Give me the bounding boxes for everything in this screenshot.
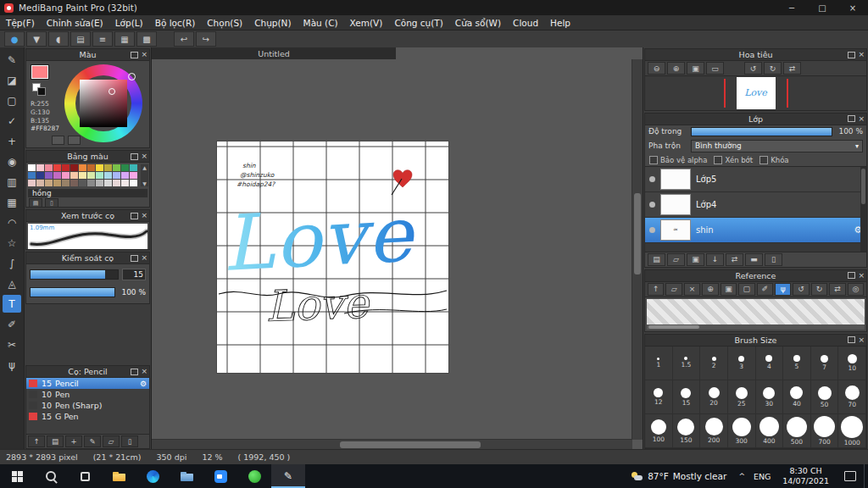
brush-size-option[interactable]: 40: [783, 380, 811, 414]
palette-swatch[interactable]: [104, 164, 112, 171]
brush-size-option[interactable]: 20: [700, 380, 728, 414]
palette-swatch[interactable]: [79, 172, 86, 179]
brush-size-option[interactable]: 300: [728, 414, 756, 448]
palette-scrollbar[interactable]: ▲ ▼: [141, 164, 148, 186]
palette-swatch[interactable]: [87, 172, 95, 179]
nav-actual-size-icon[interactable]: ▭: [706, 62, 724, 75]
brush-size-option[interactable]: 10: [838, 347, 866, 380]
palette-new-icon[interactable]: ▤: [29, 198, 42, 208]
palette-swatch[interactable]: [104, 180, 112, 186]
palette-swatch[interactable]: [70, 172, 78, 179]
scroll-up-icon[interactable]: ▲: [142, 164, 147, 170]
popout-icon[interactable]: [131, 153, 138, 160]
reference-scrollbar[interactable]: [647, 324, 865, 330]
palette-swatch[interactable]: [45, 172, 53, 179]
menu-item[interactable]: Màu (C): [298, 18, 344, 28]
nav-rotate-right-icon[interactable]: ↻: [764, 62, 782, 75]
document-tab[interactable]: Untitled: [152, 47, 396, 59]
brush-size-option[interactable]: 70: [838, 380, 866, 414]
brush-size-option[interactable]: 5: [783, 347, 811, 380]
popout-icon[interactable]: [131, 255, 138, 262]
palette-swatch[interactable]: [113, 180, 120, 186]
ref-close-icon[interactable]: ×: [684, 283, 700, 296]
sv-cursor[interactable]: [108, 88, 115, 95]
horizontal-scroll-thumb[interactable]: [340, 441, 481, 448]
brush-size-option[interactable]: 3: [728, 347, 756, 380]
palette-trash-icon[interactable]: ▯: [45, 198, 58, 208]
palette-swatch[interactable]: [62, 164, 70, 171]
palette-swatch[interactable]: [62, 172, 70, 179]
ref-fit-icon[interactable]: ▣: [721, 283, 737, 296]
brush-size-option[interactable]: 1: [645, 347, 673, 380]
palette-swatch[interactable]: [36, 172, 44, 179]
palette-swatch[interactable]: [121, 164, 129, 171]
palette-swatch[interactable]: [96, 164, 103, 171]
lasso-tool[interactable]: ◠: [3, 214, 21, 231]
palette-swatch[interactable]: [53, 180, 61, 186]
move-tool[interactable]: +: [3, 132, 21, 150]
close-icon[interactable]: ×: [858, 115, 865, 123]
redo-button[interactable]: ↪: [196, 31, 216, 47]
ref-rotate-right-icon[interactable]: ↻: [811, 283, 827, 296]
color-mode-button-2[interactable]: [68, 136, 81, 145]
brush-item[interactable]: 10 Pen (Sharp) ⚙: [26, 400, 149, 411]
select-pen-tool[interactable]: ✓: [3, 112, 21, 130]
close-button[interactable]: ×: [837, 0, 868, 15]
brush-size-slider[interactable]: [30, 269, 119, 280]
menu-item[interactable]: Công cụ(T): [388, 18, 448, 28]
marquee-tool[interactable]: ▦: [3, 193, 21, 211]
brush-item[interactable]: 15 G Pen ⚙: [26, 411, 149, 422]
text-tool[interactable]: T: [3, 295, 21, 313]
menu-item[interactable]: Help: [544, 18, 576, 28]
canvas-vertical-scrollbar[interactable]: [632, 59, 643, 440]
hand-tool[interactable]: ψ: [3, 356, 21, 374]
table-view-icon[interactable]: ▩: [136, 31, 157, 47]
material-panel-icon[interactable]: ▤: [70, 31, 91, 47]
palette-swatch[interactable]: [121, 172, 129, 179]
brush-item[interactable]: 15 Pencil ⚙: [26, 378, 149, 389]
palette-swatch[interactable]: [130, 180, 137, 186]
layer-scroll-thumb[interactable]: [861, 169, 865, 204]
minimize-button[interactable]: ─: [776, 0, 807, 15]
scroll-down-icon[interactable]: ▼: [142, 180, 147, 186]
palette-swatch[interactable]: [36, 180, 44, 186]
popout-icon[interactable]: [131, 52, 138, 58]
close-icon[interactable]: ×: [141, 51, 147, 58]
brush-size-option[interactable]: 12: [645, 380, 673, 414]
vertical-scroll-thumb[interactable]: [634, 193, 641, 274]
popout-icon[interactable]: [848, 336, 855, 343]
brush-dot-icon[interactable]: ●: [4, 31, 25, 47]
menu-item[interactable]: Tệp(F): [0, 18, 41, 28]
new-brush-icon[interactable]: ▤: [47, 435, 64, 447]
maximize-button[interactable]: □: [807, 0, 837, 15]
popout-icon[interactable]: [848, 272, 855, 279]
taskbar-clock[interactable]: 8:30 CH 14/07/2021: [775, 466, 837, 487]
list-view-icon[interactable]: ≡: [92, 31, 113, 47]
menu-item[interactable]: Xem(V): [344, 18, 389, 28]
layer-row[interactable]: Lớp4 ⚙: [645, 192, 866, 218]
lock-checkbox[interactable]: Khóa: [760, 156, 788, 164]
foreground-swatch[interactable]: [31, 65, 48, 79]
nav-zoom-in-icon[interactable]: ⊕: [667, 62, 685, 75]
grid-view-icon[interactable]: ▦: [114, 31, 135, 47]
brush-tool[interactable]: ✎: [3, 51, 21, 69]
brush-size-option[interactable]: 15: [673, 380, 701, 414]
add-brush-icon[interactable]: +: [65, 435, 82, 447]
gear-icon[interactable]: ⚙: [140, 380, 147, 388]
weather-widget[interactable]: 87°F Mostly clear: [623, 471, 734, 481]
palette-swatch[interactable]: [113, 172, 120, 179]
undo-button[interactable]: ↩: [174, 31, 194, 47]
nav-rotate-left-icon[interactable]: ↺: [744, 62, 762, 75]
menu-item[interactable]: Cloud: [507, 18, 544, 28]
comment-icon[interactable]: ◖: [48, 31, 69, 47]
popout-icon[interactable]: [131, 213, 138, 219]
brush-size-value[interactable]: 15: [122, 269, 146, 280]
layer-new-icon[interactable]: ▤: [648, 253, 665, 266]
ref-hand-icon[interactable]: ψ: [775, 283, 791, 296]
brush-size-option[interactable]: 25: [728, 380, 756, 414]
popout-icon[interactable]: [848, 115, 855, 122]
scroll-up-icon[interactable]: ↑: [28, 435, 45, 447]
clipping-checkbox[interactable]: Xén bớt: [714, 156, 753, 164]
bucket-tool[interactable]: ◉: [3, 152, 21, 170]
layer-folder-icon[interactable]: ▱: [667, 253, 685, 266]
